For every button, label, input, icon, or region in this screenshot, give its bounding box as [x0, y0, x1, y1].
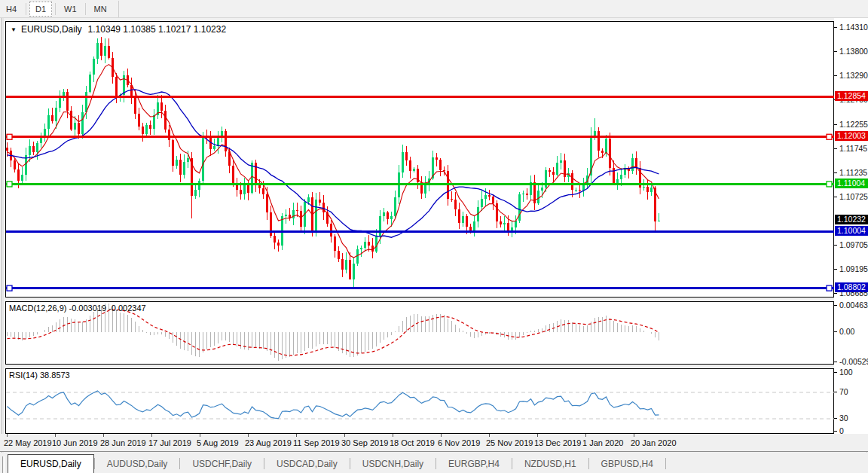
rsi-tick: [834, 418, 837, 419]
rsi-axis-label: 30: [839, 413, 848, 423]
price-badge-1.10232: 1.10232: [835, 215, 868, 224]
date-tick: [55, 434, 56, 437]
price-chart-panel[interactable]: [5, 21, 834, 298]
chart-symbol: EURUSD,Daily: [21, 24, 82, 35]
price-axis-label: 1.13290: [839, 71, 868, 80]
timeframe-button-h4[interactable]: H4: [0, 2, 23, 17]
toolbar-separator: [55, 3, 56, 15]
price-axis-label: 1.11745: [839, 144, 867, 153]
tab-separator: [665, 458, 666, 469]
date-label: 1 Jan 2020: [582, 438, 623, 447]
chart-tab-gbpusd[interactable]: GBPUSD,H4: [589, 455, 665, 473]
chart-tab-usdchf[interactable]: USDCHF,Daily: [180, 455, 264, 473]
price-axis-label: 1.09705: [839, 240, 868, 249]
date-label: 28 Jun 2019: [100, 438, 146, 447]
date-tick: [537, 434, 538, 437]
macd-tick: [834, 305, 837, 306]
level-handle[interactable]: [7, 285, 12, 291]
date-tick: [151, 434, 152, 437]
macd-name: MACD(12,26,9): [9, 304, 66, 313]
date-tick: [393, 434, 393, 437]
level-line-1.10004: [6, 230, 835, 233]
price-axis-label: 1.10725: [839, 192, 868, 201]
window-edge-left: [2, 18, 2, 473]
macd-axis-label: 0.00: [839, 327, 854, 336]
price-axis-label: 1.12255: [839, 120, 868, 129]
macd-indicator-label: MACD(12,26,9) -0.003019 -0.002347: [9, 304, 146, 313]
candles-layer: [6, 37, 660, 288]
level-line-1.12854: [6, 96, 835, 98]
toolbar-separator: [118, 1, 119, 17]
price-badge-1.10004: 1.10004: [835, 226, 868, 236]
window-edge-left-hl: [3, 18, 4, 473]
level-handle[interactable]: [827, 182, 832, 187]
rsi-name: RSI(14): [9, 371, 38, 380]
macd-axis-label: -0.005299: [839, 357, 868, 366]
price-tick: [834, 197, 837, 197]
chart-tab-audusd[interactable]: AUDUSD,Daily: [95, 455, 180, 473]
price-tick: [834, 51, 837, 52]
price-tick: [834, 293, 837, 294]
date-label: 25 Nov 2019: [486, 438, 533, 447]
toolbar-separator: [85, 3, 86, 15]
rsi-canvas: [6, 369, 835, 435]
macd-tick: [834, 362, 837, 362]
date-label: 30 Sep 2019: [341, 438, 388, 447]
date-label: 13 Dec 2019: [534, 438, 581, 447]
rsi-line: [8, 391, 659, 419]
timeframe-button-w1[interactable]: W1: [59, 2, 82, 17]
timeframe-button-mn[interactable]: MN: [89, 2, 112, 17]
price-axis-label: 1.14310: [839, 23, 868, 32]
date-tick: [441, 434, 442, 437]
price-axis-label: 1.09195: [839, 264, 868, 273]
rsi-axis-label: 100: [839, 368, 853, 377]
date-label: 20 Jan 2020: [631, 438, 677, 447]
rsi-panel[interactable]: [5, 368, 834, 434]
toolbar-separator: [26, 3, 26, 15]
timeframe-button-d1[interactable]: D1: [29, 2, 52, 17]
date-tick: [634, 434, 634, 437]
level-line-1.11004: [6, 183, 835, 185]
price-tick: [834, 148, 837, 149]
chart-tab-usdcnh[interactable]: USDCNH,Daily: [350, 455, 436, 473]
rsi-tick: [834, 392, 837, 392]
price-axis-label: 1.11235: [839, 168, 867, 177]
price-tick: [834, 172, 837, 173]
price-tick: [834, 75, 837, 76]
level-handle[interactable]: [7, 182, 12, 187]
level-handle[interactable]: [7, 134, 12, 139]
rsi-value: 38.8573: [40, 371, 70, 380]
price-chart-canvas: [6, 22, 835, 298]
date-label: 23 Aug 2019: [245, 438, 292, 447]
date-tick: [344, 434, 345, 437]
macd-values: -0.003019 -0.002347: [69, 304, 145, 313]
level-handle[interactable]: [827, 285, 832, 291]
date-label: 22 May 2019: [4, 438, 52, 447]
date-tick: [296, 434, 297, 437]
chart-tab-eurgbp[interactable]: EURGBP,H4: [436, 455, 512, 473]
tab-strip-grip[interactable]: [2, 456, 5, 473]
date-label: 11 Sep 2019: [293, 438, 340, 447]
macd-axis-label: 0.00463: [839, 301, 868, 310]
date-label: 18 Oct 2019: [390, 438, 435, 447]
date-label: 5 Aug 2019: [197, 438, 239, 447]
date-tick: [489, 434, 490, 437]
chart-ohlc-values: 1.10349 1.10385 1.10217 1.10232: [88, 24, 227, 35]
rsi-tick: [834, 372, 837, 373]
date-tick: [103, 434, 104, 437]
price-tick: [834, 245, 837, 246]
date-tick: [585, 434, 586, 437]
price-badge-1.12003: 1.12003: [835, 131, 868, 141]
chart-tab-usdcad[interactable]: USDCAD,Daily: [264, 455, 350, 473]
timeframe-toolbar: H4D1W1MN: [0, 0, 868, 18]
chart-title: ▼EURUSD,Daily1.10349 1.10385 1.10217 1.1…: [11, 24, 226, 35]
date-tick: [200, 434, 200, 437]
level-handle[interactable]: [827, 134, 832, 139]
chart-dropdown-icon[interactable]: ▼: [11, 26, 17, 33]
price-tick: [834, 269, 837, 270]
chart-tab-nzdusd[interactable]: NZDUSD,H1: [512, 455, 588, 473]
time-axis[interactable]: 22 May 201910 Jun 201928 Jun 201917 Jul …: [0, 434, 868, 452]
chart-tab-eurusd[interactable]: EURUSD,Daily: [8, 454, 94, 473]
price-axis[interactable]: 1.143101.138001.132901.127801.122551.117…: [834, 18, 868, 452]
date-label: 6 Nov 2019: [438, 438, 480, 447]
